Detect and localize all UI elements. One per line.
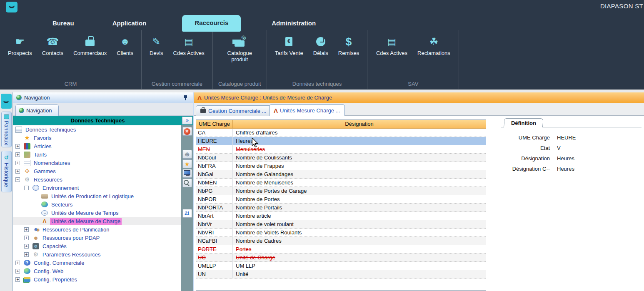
tree-expander[interactable] [15,261,20,265]
tree-expander[interactable] [15,161,20,165]
document-tab-gestion-commerciale[interactable]: Gestion Commerciale ... [196,105,271,116]
side-tab-label: Historique [3,163,10,187]
tree-expander[interactable] [24,186,29,190]
tree-expander[interactable] [15,152,20,157]
tree-tool-button[interactable] [182,127,192,136]
table-row[interactable]: NbPORTA Nombre de Portails [196,204,486,212]
diapason-logo-icon [9,5,15,8]
column-header-ume-charge[interactable]: UME Charge [196,120,233,128]
ribbon-group-sav: Cdes Actives Reclamations SAV [367,30,459,89]
tree-item[interactable]: Environnement [13,184,182,192]
tree-expander[interactable] [15,144,20,149]
ribbon-tab[interactable]: Administration [259,17,328,30]
table-row[interactable]: NbPOR Nombre de Portes [196,195,486,204]
ribbon-button[interactable]: Tarifs Vente [271,35,307,56]
tree-item[interactable]: Config. Commerciale [13,259,182,267]
ribbon-button[interactable]: Contacts [38,35,67,56]
cell-designation: Nombre de Frappes [233,162,486,170]
cell-code: NbCoul [196,154,233,162]
table-row[interactable]: HEURE Heures [196,137,486,145]
ribbon-button[interactable]: Devis [146,35,167,56]
ribbon-button[interactable]: Cdes Actives [170,35,208,56]
ribbon-button[interactable]: Remises [334,35,363,56]
table-row[interactable]: NCaFBI Nombre de Cadres [196,237,486,245]
cell-code: NbVRI [196,229,233,236]
ribbon-tab[interactable]: Raccourcis [182,15,241,32]
ribbon-group-caption: CRM [0,81,141,87]
tree-item[interactable]: Nomenclatures [13,159,182,167]
ribbon-button[interactable]: Cdes Actives [372,35,411,56]
ribbon-button[interactable]: Délais [310,35,332,56]
tree-item[interactable]: Unités de Mesure de Temps [13,209,182,217]
table-row[interactable]: PORTE Portes [196,245,486,254]
table-row[interactable]: UC Unité de Charge [196,254,486,262]
tree-item[interactable]: Favoris [13,134,182,142]
tree-expander[interactable] [24,236,29,240]
document-tab-unites-mesure-charge[interactable]: Unités Mesure Charge ... [269,104,345,116]
tree-tool-button[interactable] [182,169,192,178]
table-row[interactable]: NbPG Nombre de Portes de Garage [196,187,486,195]
ribbon-button-label: Remises [338,50,359,56]
tree-tool-button[interactable] [182,150,192,159]
table-row[interactable]: UN Unité [196,270,486,279]
table-row[interactable]: NbMEN Nombre de Menuiseries [196,179,486,187]
tree-item[interactable]: Ressources [13,175,182,184]
tree-item[interactable]: Articles [13,142,182,150]
tree-expander[interactable] [15,277,20,282]
table-row[interactable]: NbrArt Nombre article [196,212,486,220]
ribbon-button[interactable]: Reclamations [414,35,454,56]
tree-item-icon [32,185,39,191]
tree-expander[interactable] [15,269,20,274]
table-row[interactable]: UMLLP UM LLP [196,262,486,270]
table-row[interactable]: NbrVr Nombre de volet roulant [196,220,486,229]
tree-tool-button[interactable] [182,179,192,187]
tree-tool-button[interactable]: 21 [182,209,192,218]
cell-code: MEN [196,145,233,153]
app-logo-button[interactable] [6,2,17,12]
tree-expander[interactable] [15,169,20,174]
tree-expander[interactable] [24,244,29,249]
tree-item[interactable]: Capacités [13,242,182,250]
tree-item[interactable]: Secteurs [13,200,182,209]
tree-item[interactable]: Tarifs [13,150,182,159]
ribbon-button[interactable]: Catalogue produit [221,35,258,62]
cell-designation: Unité de Charge [233,254,486,261]
table-row[interactable]: NbFRA Nombre de Frappes [196,162,486,170]
field-label: Etat [501,145,550,151]
ribbon-button[interactable]: Prospects [4,35,36,56]
ribbon-button[interactable]: Commerciaux [70,35,110,56]
tree-item[interactable]: Paramètres Ressources [13,250,182,259]
tree-item[interactable]: Gammes [13,167,182,175]
tree-expander[interactable] [24,227,29,232]
tree-item[interactable]: Ressources pour PDAP [13,234,182,242]
tree-item[interactable]: Unités de Production et Logistique [13,192,182,200]
navigation-tab[interactable]: Navigation [15,104,59,116]
table-row[interactable]: NbGal Nombre de Galandages [196,170,486,179]
dock-logo-button[interactable] [1,94,12,109]
cell-code: NbPORTA [196,204,233,211]
side-tab-panneaux[interactable]: Panneaux [1,112,12,147]
tree-item[interactable]: Config. Propriétés [13,275,182,284]
tree-expander[interactable] [15,177,20,182]
tree-item[interactable]: Config. Web [13,267,182,275]
side-tab-historique[interactable]: Historique [1,151,12,192]
table-row[interactable]: NbVRI Nombre de Volets Roulants [196,229,486,237]
table-row[interactable]: NbCoul Nombre de Coulissants [196,154,486,162]
expand-all-button[interactable]: » [182,117,192,124]
tree-section-header: Données Techniques » [13,116,193,125]
table-row[interactable]: CA Chiffres d'affaires [196,129,486,137]
tree-tool-button[interactable] [182,159,192,168]
tree-item-label: Config. Commerciale [32,259,85,266]
tree-item[interactable]: Données Techniques [13,125,182,134]
definition-tab[interactable]: Définition [504,118,544,127]
table-row[interactable]: MEN Menuiseries [196,145,486,154]
tree-expander[interactable] [24,252,29,257]
column-header-designation[interactable]: Désignation [233,120,486,128]
ribbon-tab[interactable]: Application [100,17,159,30]
ribbon-tab[interactable]: Bureau [40,17,87,30]
navigation-tab-bar: Navigation [13,103,193,116]
ribbon-button[interactable]: Clients [113,35,137,56]
tree-item[interactable]: Unités de Mesure de Charge [13,217,182,225]
tree-item[interactable]: Ressources de Planification [13,225,182,234]
pin-icon[interactable] [183,95,187,100]
